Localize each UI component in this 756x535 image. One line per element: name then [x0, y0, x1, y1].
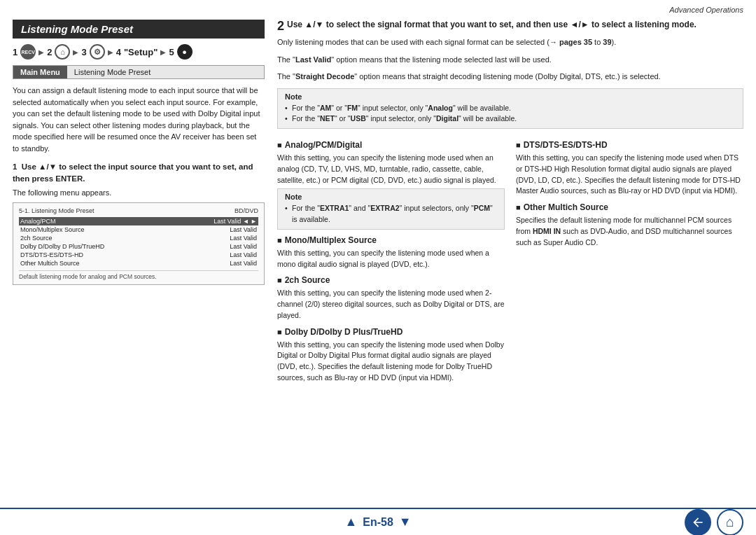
- menu-row-dolby: Dolby D/Dolby D Plus/TrueHD Last Valid: [19, 242, 258, 251]
- menu-row-dts: DTS/DTS-ES/DTS-HD Last Valid: [19, 251, 258, 259]
- section-body-2ch: With this setting, you can specify the l…: [277, 288, 505, 321]
- step4-number: 4: [116, 47, 121, 57]
- menu-row-analog: Analog/PCM Last Valid ◄ ►: [19, 217, 258, 225]
- footer-back-button[interactable]: [685, 509, 711, 536]
- section-heading-analog: Analog/PCM/Digital: [277, 140, 505, 150]
- step1-header: 1 Use ▲/▼ to select the input source tha…: [13, 161, 265, 186]
- note1-list: For the "AM" or "FM" input selector, onl…: [285, 103, 736, 125]
- section-body-analog: With this setting, you can specify the l…: [277, 153, 505, 186]
- arrow3-icon: ▶: [108, 48, 113, 56]
- menu-row-value-other: Last Valid: [230, 260, 257, 267]
- section-heading-other: Other Multich Source: [516, 202, 743, 212]
- section-body-mono: With this setting, you can specify the l…: [277, 248, 505, 270]
- main-content: Listening Mode Preset 1 RECV ▶ 2 ⌂ ▶ 3 ⚙…: [0, 0, 756, 508]
- sections-right: DTS/DTS-ES/DTS-HD With this setting, you…: [516, 134, 743, 387]
- note1-title: Note: [285, 92, 736, 101]
- left-column: Listening Mode Preset 1 RECV ▶ 2 ⌂ ▶ 3 ⚙…: [13, 20, 265, 508]
- section-body-dts: With this setting, you can specify the l…: [516, 153, 743, 197]
- page-footer: ▲ En-58 ▼ ⌂: [0, 508, 756, 535]
- section-title: Listening Mode Preset: [13, 20, 265, 39]
- note1-item-1: For the "AM" or "FM" input selector, onl…: [285, 103, 736, 114]
- footer-down-arrow-icon[interactable]: ▼: [399, 515, 412, 529]
- section-body-other: Specifies the default listening mode for…: [516, 215, 743, 248]
- main-menu-label: Main Menu: [13, 66, 67, 78]
- section-heading-dolby: Dolby D/Dolby D Plus/TrueHD: [277, 327, 505, 337]
- note-box-2: Note For the "EXTRA1" and "EXTRA2" input…: [277, 188, 505, 230]
- step2-body3: The "Straight Decode" option means that …: [277, 71, 743, 83]
- right-column: 2 Use ▲/▼ to select the signal format th…: [277, 20, 743, 508]
- menu-row-other: Other Multich Source Last Valid: [19, 259, 258, 268]
- footer-up-arrow-icon[interactable]: ▲: [344, 515, 357, 529]
- step2-number-large: 2: [277, 20, 284, 32]
- left-body-text: You can assign a default listening mode …: [13, 85, 265, 154]
- menu-row-label-analog: Analog/PCM: [20, 218, 56, 225]
- main-menu-bar: Main Menu Listening Mode Preset: [13, 65, 265, 79]
- main-menu-value: Listening Mode Preset: [67, 66, 264, 78]
- footer-icons-right: ⌂: [685, 509, 743, 536]
- footer-page-label: En-58: [363, 516, 393, 529]
- gear-icon: ⚙: [90, 44, 105, 60]
- menu-row-mono: Mono/Multiplex Source Last Valid: [19, 225, 258, 234]
- step2-body1: Only listening modes that can be used wi…: [277, 36, 743, 48]
- footer-page-nav: ▲ En-58 ▼: [344, 515, 411, 529]
- menu-row-value-2ch: Last Valid: [230, 235, 257, 242]
- menu-row-2ch: 2ch Source Last Valid: [19, 234, 258, 242]
- note1-item-2: For the "NET" or "USB" input selector, o…: [285, 113, 736, 125]
- step2-number: 2: [47, 47, 52, 57]
- menu-row-label-2ch: 2ch Source: [20, 235, 52, 242]
- step-icons-row: 1 RECV ▶ 2 ⌂ ▶ 3 ⚙ ▶ 4 "Setup" ▶ 5 ●: [13, 44, 265, 60]
- back-icon: [691, 515, 705, 529]
- page: Advanced Operations Listening Mode Prese…: [0, 0, 756, 535]
- menu-row-value-dolby: Last Valid: [230, 243, 257, 250]
- step2-header-block: 2 Use ▲/▼ to select the signal format th…: [277, 20, 743, 32]
- page-category-label: Advanced Operations: [669, 6, 743, 14]
- arrow1-icon: ▶: [38, 48, 44, 56]
- note2-title: Note: [285, 193, 497, 201]
- footer-home-button[interactable]: ⌂: [717, 509, 743, 536]
- menu-preview-box: 5-1. Listening Mode Preset BD/DVD Analog…: [13, 202, 265, 285]
- menu-preview-footer: Default listening mode for analog and PC…: [19, 270, 258, 280]
- receiver-icon: RECV: [20, 44, 36, 60]
- note2-item-1: For the "EXTRA1" and "EXTRA2" input sele…: [285, 203, 497, 225]
- two-col-sections: Analog/PCM/Digital With this setting, yo…: [277, 134, 743, 387]
- menu-preview-source: BD/DVD: [234, 207, 258, 214]
- circle5-icon: ●: [177, 44, 192, 60]
- home-icon: ⌂: [55, 44, 70, 60]
- arrow4-icon: ▶: [160, 48, 166, 56]
- menu-row-value-mono: Last Valid: [230, 226, 257, 233]
- note2-list: For the "EXTRA1" and "EXTRA2" input sele…: [285, 203, 497, 225]
- menu-row-value-analog: Last Valid ◄ ►: [214, 218, 257, 225]
- menu-row-value-dts: Last Valid: [230, 251, 257, 258]
- step3-number: 3: [81, 47, 86, 57]
- menu-row-label-other: Other Multich Source: [20, 260, 80, 267]
- menu-preview-header: 5-1. Listening Mode Preset BD/DVD: [19, 207, 258, 214]
- step2-header-text: Use ▲/▼ to select the signal format that…: [287, 20, 696, 29]
- step5-number: 5: [169, 47, 174, 57]
- arrow2-icon: ▶: [73, 48, 78, 56]
- section-heading-mono: Mono/Multiplex Source: [277, 235, 505, 245]
- sections-left: Analog/PCM/Digital With this setting, yo…: [277, 134, 505, 387]
- section-heading-dts: DTS/DTS-ES/DTS-HD: [516, 140, 743, 150]
- step1-number: 1: [13, 47, 18, 57]
- menu-row-label-mono: Mono/Multiplex Source: [20, 226, 85, 233]
- note-box-1: Note For the "AM" or "FM" input selector…: [277, 88, 743, 130]
- setup-label: "Setup": [124, 47, 158, 57]
- step1-sub: The following menu appears.: [13, 188, 265, 197]
- menu-row-label-dolby: Dolby D/Dolby D Plus/TrueHD: [20, 243, 104, 250]
- menu-preview-title: 5-1. Listening Mode Preset: [19, 207, 94, 214]
- step2-body2: The "Last Valid" option means that the l…: [277, 54, 743, 66]
- section-heading-2ch: 2ch Source: [277, 275, 505, 285]
- section-body-dolby: With this setting, you can specify the l…: [277, 340, 505, 384]
- menu-row-label-dts: DTS/DTS-ES/DTS-HD: [20, 251, 83, 258]
